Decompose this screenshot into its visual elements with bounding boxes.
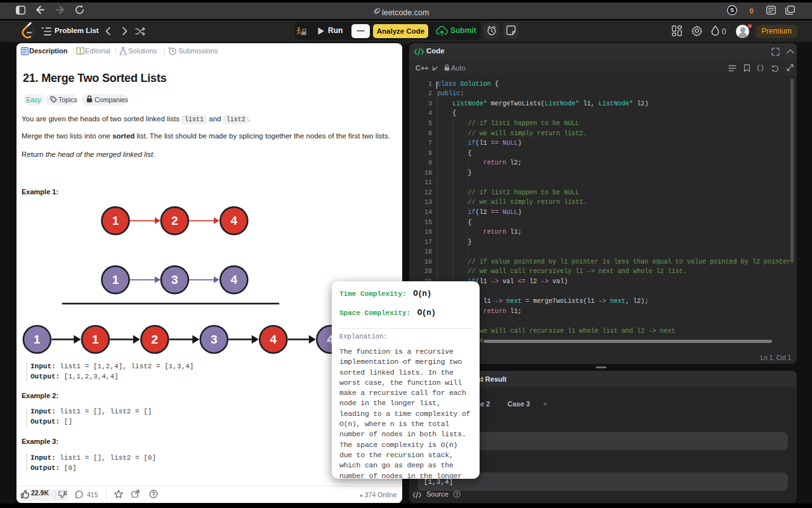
svg-text:4: 4 (231, 273, 238, 286)
svg-text:S: S (730, 6, 734, 13)
svg-text:1: 1 (112, 273, 119, 286)
svg-text:0: 0 (749, 7, 753, 15)
svg-text:1: 1 (92, 333, 99, 346)
svg-text:4: 4 (231, 214, 238, 227)
svg-text:1: 1 (112, 214, 119, 227)
svg-text:4: 4 (270, 333, 277, 346)
svg-text:3: 3 (211, 333, 218, 346)
svg-text:2: 2 (152, 333, 159, 346)
svg-text:2: 2 (171, 214, 178, 227)
svg-text:3: 3 (171, 273, 178, 286)
svg-text:1: 1 (34, 333, 41, 346)
